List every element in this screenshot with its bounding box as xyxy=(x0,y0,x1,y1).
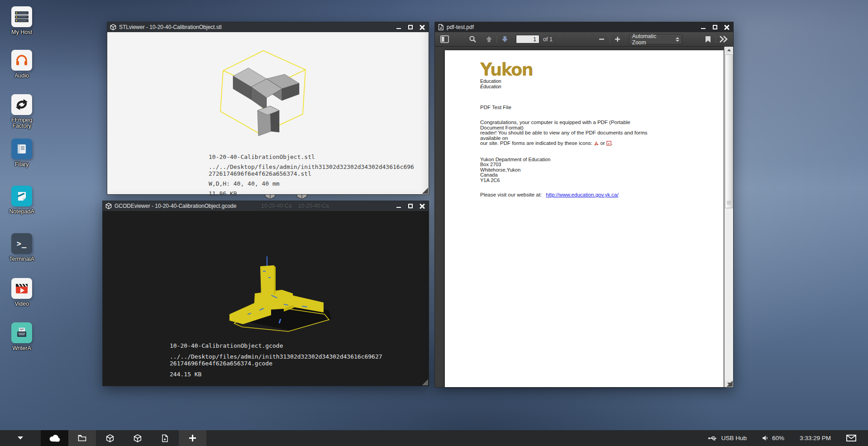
gcode-titlebar[interactable]: GCODEviewer - 10-20-40-CalibrationObject… xyxy=(103,201,429,211)
stl-path-line1: ../../Desktop/files/admin/inith31302d323… xyxy=(209,163,414,170)
zoom-select-value: Automatic Zoom xyxy=(632,33,669,46)
scroll-up-button[interactable] xyxy=(725,47,733,53)
window-gcodeviewer: GCODEviewer - 10-20-40-CalibrationObject… xyxy=(102,201,429,386)
taskbar-files-button[interactable] xyxy=(68,430,96,446)
stl-path-line2: 2726174696f6e4f626a656374.stl xyxy=(209,170,414,177)
toolbar-divider xyxy=(496,35,497,43)
envelope-icon xyxy=(846,435,856,441)
search-button[interactable] xyxy=(467,34,478,45)
doc-paragraph-line3: our site. PDF forms are indicated by the… xyxy=(480,141,654,146)
previous-page-button[interactable] xyxy=(483,34,495,45)
maximize-button[interactable] xyxy=(408,24,413,30)
page-number-input[interactable] xyxy=(516,35,539,43)
taskbar-expand-button[interactable] xyxy=(0,430,41,446)
typewriter-icon xyxy=(11,322,32,343)
desktop-icon-notepada[interactable]: NotepadA xyxy=(0,186,43,215)
stl-filename: 10-20-40-CalibrationObject.stl xyxy=(209,153,414,160)
pdf-file-icon xyxy=(438,24,444,30)
page-count-label: of 1 xyxy=(543,36,553,43)
circular-arrows-icon xyxy=(11,94,32,115)
pdf-titlebar[interactable]: pdf-test.pdf xyxy=(435,22,733,32)
resize-grip[interactable] xyxy=(422,379,428,385)
taskbar-gcodeviewer-button[interactable] xyxy=(124,430,151,446)
cube-icon xyxy=(105,203,112,209)
volume-indicator[interactable]: 60% xyxy=(762,435,784,441)
pdf-scrollbar[interactable] xyxy=(724,47,733,387)
doc-heading: PDF Test File xyxy=(480,105,654,110)
gcode-path-line2: 26174696f6e4f626a656374.gcode xyxy=(170,360,382,367)
window-title: pdf-test.pdf xyxy=(447,24,701,30)
desktop-icon-audio[interactable]: Audio xyxy=(0,50,43,79)
desktop-icon-writera[interactable]: WriterA xyxy=(0,322,43,352)
taskbar-stlviewer-button[interactable] xyxy=(96,430,124,446)
taskbar-add-button[interactable] xyxy=(179,430,206,446)
gcode-path-line1: ../../Desktop/files/admin/inith31302d323… xyxy=(170,353,382,360)
folder-icon xyxy=(78,435,86,441)
bookmark-button[interactable] xyxy=(702,34,714,45)
desktop-icon-my-host[interactable]: My Host xyxy=(0,6,43,36)
resize-grip[interactable] xyxy=(726,380,733,387)
tools-menu-button[interactable] xyxy=(718,34,730,45)
resize-grip[interactable] xyxy=(422,187,428,194)
zoom-in-button[interactable] xyxy=(612,34,624,45)
address-line: Canada xyxy=(480,173,654,178)
zoom-select[interactable]: Automatic Zoom xyxy=(629,34,682,44)
pdf-file-icon xyxy=(162,434,168,442)
cube-icon xyxy=(134,434,142,442)
desktop-icon-video[interactable]: Video xyxy=(0,278,43,307)
desktop-icon-label: TerminalA xyxy=(9,256,34,262)
video-clapper-icon xyxy=(11,278,32,299)
clock-label: 3:33:29 PM xyxy=(800,435,831,441)
minimize-button[interactable] xyxy=(396,24,401,30)
close-button[interactable] xyxy=(420,24,425,30)
yukon-logo: Yukon xyxy=(480,62,654,78)
address-line: Y1A 2C6 xyxy=(480,178,654,183)
system-tray: USB Hub 60% 3:33:29 PM xyxy=(708,430,868,446)
usb-hub-indicator[interactable]: USB Hub xyxy=(708,435,747,441)
address-line: Yukon Department of Education xyxy=(480,157,654,163)
stl-3d-preview[interactable] xyxy=(207,43,324,147)
close-button[interactable] xyxy=(724,24,730,30)
taskbar-pdf-button[interactable] xyxy=(151,430,179,446)
notifications-button[interactable] xyxy=(846,435,856,441)
volume-label: 60% xyxy=(772,435,784,441)
pdf-form-icon xyxy=(606,141,611,146)
note-pencil-icon xyxy=(11,186,32,206)
close-button[interactable] xyxy=(420,203,425,209)
desktop-icon-filary[interactable]: Filary xyxy=(0,139,43,168)
stl-dimensions: W,D,H: 40, 40, 40 mm xyxy=(209,180,414,187)
minimize-button[interactable] xyxy=(396,203,401,209)
pdf-page[interactable]: Yukon Education Éducation PDF Test File … xyxy=(445,50,724,387)
desktop-icon-ffmpeg-factory[interactable]: FFmpeg Factory xyxy=(0,94,43,129)
maximize-button[interactable] xyxy=(712,24,718,30)
sidebar-toggle-button[interactable] xyxy=(439,34,450,45)
desktop-icon-label: My Host xyxy=(11,29,32,35)
usb-icon xyxy=(708,436,718,441)
gcode-filesize: 244.15 KB xyxy=(170,371,382,378)
acrobat-logo-icon xyxy=(594,141,599,146)
toolbar-divider xyxy=(715,35,716,43)
usb-hub-label: USB Hub xyxy=(721,435,747,441)
next-page-button[interactable] xyxy=(499,34,510,45)
cloud-icon xyxy=(49,434,61,442)
website-link[interactable]: http://www.education.gov.yk.ca/ xyxy=(546,192,618,197)
scrollbar-thumb[interactable] xyxy=(725,54,733,208)
stl-titlebar[interactable]: STLviewer - 10-20-40-CalibrationObject.s… xyxy=(107,22,429,32)
doc-paragraph-line1: Congratulations, your computer is equipp… xyxy=(480,120,654,130)
taskbar-cloud-button[interactable] xyxy=(41,430,68,446)
zoom-out-button[interactable] xyxy=(596,34,608,45)
gcode-3d-preview[interactable] xyxy=(216,255,343,337)
spinner-arrows-icon xyxy=(676,37,679,42)
website-label: Please visit our website at: xyxy=(480,192,542,197)
clock[interactable]: 3:33:29 PM xyxy=(800,435,831,441)
window-title: STLviewer - 10-20-40-CalibrationObject.s… xyxy=(119,24,396,30)
doc-paragraph-line2: reader! You should be able to view any o… xyxy=(480,130,654,141)
chevron-down-icon xyxy=(17,436,24,440)
minimize-button[interactable] xyxy=(701,24,706,30)
desktop-icon-terminala[interactable]: >_ TerminalA xyxy=(0,233,43,263)
stl-filesize: 11.86 KB xyxy=(209,190,414,197)
cube-icon xyxy=(110,24,116,30)
speaker-icon xyxy=(762,435,768,441)
toolbar-divider xyxy=(610,35,610,43)
maximize-button[interactable] xyxy=(408,203,413,209)
